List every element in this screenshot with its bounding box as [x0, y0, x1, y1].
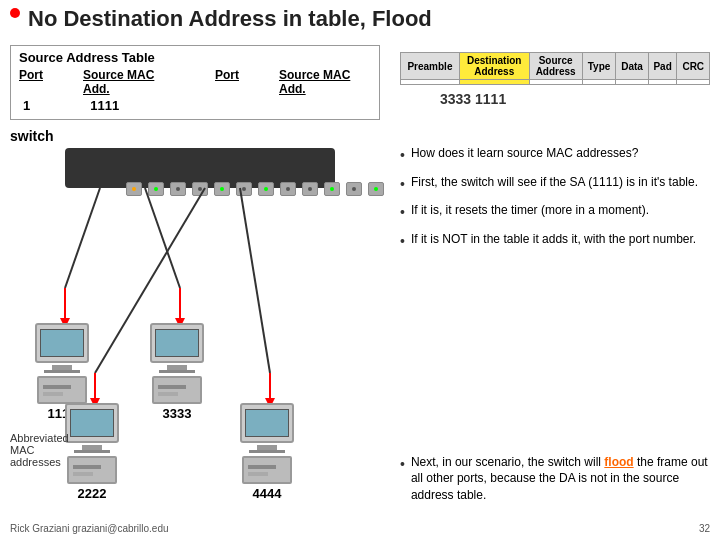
- port-light-8: [286, 187, 290, 191]
- frame-data-row: [401, 80, 710, 85]
- page-title: No Destination Address in table, Flood: [28, 6, 432, 32]
- sat-data-row: 1 1111: [19, 98, 371, 113]
- port-light-5: [220, 187, 224, 191]
- screen-4444: [245, 409, 289, 437]
- port-light-9: [308, 187, 312, 191]
- bullet-text-3: If it is, it resets the timer (more in a…: [411, 202, 649, 219]
- frame-col-data: Data: [616, 53, 648, 80]
- switch-label: switch: [10, 128, 54, 144]
- switch-port-4: [192, 182, 208, 196]
- disk2-3333: [158, 392, 178, 396]
- sat-header-row: Port Source MAC Add. Port Source MAC Add…: [19, 68, 371, 96]
- frame-preamble-val: [401, 80, 460, 85]
- sat-col1: Port: [19, 68, 43, 96]
- screen-1111: [40, 329, 84, 357]
- bullet-dot-1: •: [400, 146, 405, 166]
- svg-line-0: [65, 188, 100, 288]
- switch-port-6: [236, 182, 252, 196]
- svg-line-3: [145, 188, 180, 288]
- source-address-table: Source Address Table Port Source MAC Add…: [10, 45, 380, 120]
- disk1-3333: [158, 385, 186, 389]
- red-bullet-icon: [10, 8, 20, 18]
- frame-col-src: SourceAddress: [529, 53, 582, 80]
- base-1111: [44, 370, 80, 373]
- port-light-12: [374, 187, 378, 191]
- switch-device: 1 2 3 4 5 6 7 8 9 10 11 12: [65, 148, 335, 188]
- monitor-4444: [240, 403, 294, 443]
- switch-port-8: [280, 182, 296, 196]
- footer-left: Rick Graziani graziani@cabrillo.edu: [10, 523, 169, 534]
- frame-col-preamble: Preamble: [401, 53, 460, 80]
- frame-data-val: [616, 80, 648, 85]
- bullet-3: • If it is, it resets the timer (more in…: [400, 202, 710, 223]
- port-num-4: 4: [192, 206, 208, 215]
- dest-display: 3333 1111: [400, 91, 710, 107]
- port-num-2: 2: [148, 206, 164, 215]
- port-num-1: 1: [126, 206, 142, 215]
- sat-mac: 1111: [90, 98, 119, 113]
- sat-port: 1: [23, 98, 30, 113]
- screen-2222: [70, 409, 114, 437]
- computer-2222: 2222: [65, 403, 119, 501]
- frame-col-type: Type: [582, 53, 616, 80]
- port-num-10: 10: [324, 206, 340, 215]
- port-numbers: 1 2 3 4 5 6 7 8 9 10 11 12: [123, 206, 387, 215]
- port-num-11: 11: [346, 206, 362, 215]
- bullet-text-2: First, the switch will see if the SA (11…: [411, 174, 698, 191]
- port-light-4: [198, 187, 202, 191]
- frame-pad-val: [648, 80, 677, 85]
- port-num-12: 12: [368, 206, 384, 215]
- monitor-2222: [65, 403, 119, 443]
- bottom-bullet-text: Next, in our scenario, the switch will f…: [411, 454, 710, 504]
- port-light-3: [176, 187, 180, 191]
- frame-col-dest: DestinationAddress: [459, 53, 529, 80]
- port-num-6: 6: [236, 206, 252, 215]
- sat-col3: Port: [215, 68, 239, 96]
- disk2-2222: [73, 472, 93, 476]
- base-4444: [249, 450, 285, 453]
- frame-src-val: [529, 80, 582, 85]
- label-2222: 2222: [78, 486, 107, 501]
- switch-port-3: [170, 182, 186, 196]
- port-num-9: 9: [302, 206, 318, 215]
- frame-table: Preamble DestinationAddress SourceAddres…: [400, 52, 710, 85]
- desktop-2222: [67, 456, 117, 484]
- switch-port-7: [258, 182, 274, 196]
- port-light-6: [242, 187, 246, 191]
- footer: Rick Graziani graziani@cabrillo.edu 32: [0, 523, 720, 534]
- port-light-10: [330, 187, 334, 191]
- disk1-1111: [43, 385, 71, 389]
- switch-port-5: [214, 182, 230, 196]
- svg-line-9: [240, 188, 270, 373]
- disk1-2222: [73, 465, 101, 469]
- computer-4444: 4444: [240, 403, 294, 501]
- disk1-4444: [248, 465, 276, 469]
- switch-port-10: [324, 182, 340, 196]
- port-light-2: [154, 187, 158, 191]
- frame-header-row: Preamble DestinationAddress SourceAddres…: [401, 53, 710, 80]
- desktop-4444: [242, 456, 292, 484]
- flood-word: flood: [604, 455, 633, 469]
- bullets-section: • How does it learn source MAC addresses…: [400, 145, 710, 259]
- frame-dest-val: [459, 80, 529, 85]
- switch-port-12: [368, 182, 384, 196]
- bullet-dot-3: •: [400, 203, 405, 223]
- desktop-1111: [37, 376, 87, 404]
- port-light-7: [264, 187, 268, 191]
- base-2222: [74, 450, 110, 453]
- frame-col-crc: CRC: [677, 53, 710, 80]
- desktop-3333: [152, 376, 202, 404]
- abbrev-note: AbbreviatedMACaddresses: [10, 432, 69, 468]
- sat-col2: Source MAC Add.: [83, 68, 175, 96]
- left-panel: Source Address Table Port Source MAC Add…: [10, 45, 380, 438]
- bullet-1: • How does it learn source MAC addresses…: [400, 145, 710, 166]
- screen-3333: [155, 329, 199, 357]
- port-num-3: 3: [170, 206, 186, 215]
- bullet-dot-2: •: [400, 175, 405, 195]
- bullet-text-4: If it is NOT in the table it adds it, wi…: [411, 231, 696, 248]
- bullet-dot-4: •: [400, 232, 405, 252]
- switch-port-9: [302, 182, 318, 196]
- bullet-dot-5: •: [400, 455, 405, 475]
- disk2-1111: [43, 392, 63, 396]
- switch-port-1: [126, 182, 142, 196]
